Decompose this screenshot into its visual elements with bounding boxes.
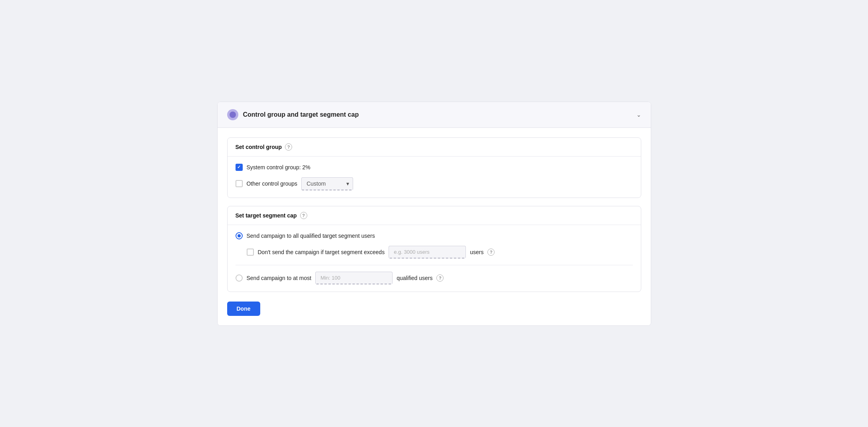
- dont-send-label: Don't send the campaign if target segmen…: [258, 249, 385, 255]
- accordion: Control group and target segment cap ⌄ S…: [217, 102, 651, 326]
- accordion-header-left: Control group and target segment cap: [227, 109, 359, 120]
- accordion-icon: [227, 109, 238, 120]
- other-control-groups-row: Other control groups Custom Group A Grou…: [236, 177, 633, 190]
- system-control-group-row: System control group: 2%: [236, 164, 633, 171]
- dont-send-checkbox[interactable]: [247, 249, 254, 256]
- target-segment-help-icon[interactable]: ?: [300, 212, 307, 219]
- target-segment-card: Set target segment cap ? Send campaign t…: [227, 206, 641, 292]
- custom-select-wrapper: Custom Group A Group B: [301, 177, 353, 190]
- send-all-radio[interactable]: [236, 232, 243, 239]
- accordion-title: Control group and target segment cap: [243, 111, 359, 118]
- footer: Done: [227, 300, 641, 316]
- section-divider: [236, 265, 633, 265]
- exceeds-suffix: users: [470, 249, 483, 255]
- at-most-help-icon[interactable]: ?: [436, 274, 444, 282]
- control-group-title: Set control group: [236, 144, 282, 150]
- main-container: Control group and target segment cap ⌄ S…: [217, 102, 651, 326]
- chevron-down-icon: ⌄: [636, 112, 641, 118]
- exceeds-help-icon[interactable]: ?: [487, 249, 495, 256]
- send-at-most-radio[interactable]: [236, 274, 243, 282]
- target-segment-header: Set target segment cap ?: [228, 206, 641, 225]
- accordion-icon-inner: [230, 112, 236, 118]
- control-group-header: Set control group ?: [228, 138, 641, 157]
- at-most-input[interactable]: [315, 272, 393, 284]
- send-all-radio-row: Send campaign to all qualified target se…: [236, 232, 633, 239]
- at-most-suffix: qualified users: [397, 275, 432, 281]
- system-control-group-checkbox[interactable]: [236, 164, 243, 171]
- send-at-most-radio-row: Send campaign to at most qualified users…: [236, 272, 633, 284]
- send-all-radio-label: Send campaign to all qualified target se…: [247, 233, 375, 239]
- control-group-card: Set control group ? System control group…: [227, 137, 641, 198]
- control-group-help-icon[interactable]: ?: [285, 143, 292, 151]
- other-control-groups-label: Other control groups: [247, 180, 298, 187]
- accordion-header[interactable]: Control group and target segment cap ⌄: [218, 102, 651, 128]
- exceeds-input[interactable]: [389, 246, 466, 259]
- other-control-groups-checkbox[interactable]: [236, 180, 243, 187]
- send-all-sub-options: Don't send the campaign if target segmen…: [236, 246, 633, 259]
- done-button[interactable]: Done: [227, 302, 260, 316]
- send-at-most-radio-label: Send campaign to at most: [247, 275, 312, 281]
- dont-send-row: Don't send the campaign if target segmen…: [247, 246, 633, 259]
- target-segment-body: Send campaign to all qualified target se…: [228, 225, 641, 292]
- target-segment-title: Set target segment cap: [236, 212, 297, 219]
- control-group-body: System control group: 2% Other control g…: [228, 157, 641, 198]
- accordion-body: Set control group ? System control group…: [218, 128, 651, 325]
- custom-select[interactable]: Custom Group A Group B: [301, 177, 353, 190]
- system-control-group-label: System control group: 2%: [247, 164, 310, 170]
